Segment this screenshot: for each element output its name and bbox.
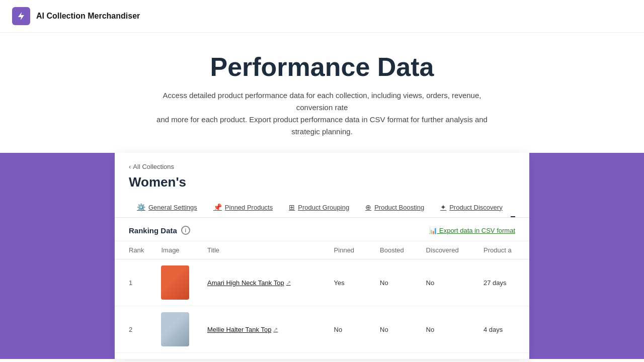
col-product-age: Product a: [477, 241, 529, 259]
grid-icon: ⊞: [289, 203, 295, 211]
back-link[interactable]: ‹ All Collections: [129, 163, 515, 170]
external-link-icon: ↗: [286, 280, 291, 286]
boosted-cell: No: [374, 353, 420, 359]
boost-icon: ⊕: [365, 203, 371, 211]
table-row: 1 Amari High Neck Tank Top ↗: [115, 259, 529, 306]
logo-icon: [12, 7, 30, 25]
product-image: [161, 265, 189, 300]
rank-cell: 2: [115, 306, 155, 353]
product-image: [161, 312, 189, 346]
image-cell: [155, 353, 201, 359]
table-header-row-cols: Rank Image Title Pinned Boosted Discover…: [115, 241, 529, 259]
page-title: Performance Data: [10, 53, 634, 81]
svg-marker-0: [18, 12, 24, 20]
age-cell: 4 days: [477, 306, 529, 353]
table-header-row: Ranking Data i 📊 Export data in CSV form…: [115, 218, 529, 241]
lightning-icon: [16, 11, 26, 21]
product-link[interactable]: Mellie Halter Tank Top ↗: [207, 326, 322, 333]
settings-icon: ⚙️: [137, 203, 145, 211]
age-cell: 267 days: [477, 353, 529, 359]
pinned-cell: No: [328, 353, 374, 359]
tab-ranking-data[interactable]: ⊟ Ranking Data: [511, 198, 515, 217]
hero-section: Performance Data Access detailed product…: [0, 33, 644, 153]
export-button[interactable]: 📊 Export data in CSV format: [429, 227, 515, 234]
boosted-cell: No: [374, 306, 420, 353]
col-pinned: Pinned: [328, 241, 374, 259]
tab-bar: ⚙️ General Settings 📌 Pinned Products ⊞ …: [129, 198, 515, 217]
discovered-cell: No: [420, 353, 477, 359]
table-wrapper: Rank Image Title Pinned Boosted Discover…: [115, 241, 529, 359]
tab-general-settings[interactable]: ⚙️ General Settings: [129, 198, 205, 217]
external-link-icon: ↗: [273, 326, 278, 333]
pin-icon: 📌: [213, 203, 222, 211]
chevron-left-icon: ‹: [129, 163, 131, 170]
title-cell: Amari High Neck Tank Top ↗: [201, 259, 328, 306]
col-rank: Rank: [115, 241, 155, 259]
col-title: Title: [201, 241, 328, 259]
rank-cell: 1: [115, 259, 155, 306]
title-cell: Mellie Halter Tank Top ↗: [201, 306, 328, 353]
tab-product-discovery[interactable]: ✦ Product Discovery: [432, 198, 510, 217]
product-image-placeholder: [161, 265, 189, 300]
rank-cell: 3: [115, 353, 155, 359]
table-body: 1 Amari High Neck Tank Top ↗: [115, 259, 529, 359]
purple-left-panel: [0, 153, 115, 359]
product-link[interactable]: Amari High Neck Tank Top ↗: [207, 279, 322, 287]
tab-product-boosting[interactable]: ⊕ Product Boosting: [357, 198, 432, 217]
pinned-cell: No: [328, 306, 374, 353]
table-head: Rank Image Title Pinned Boosted Discover…: [115, 241, 529, 259]
title-cell: Ainslee High Neck Tank Top ↗: [201, 353, 328, 359]
pinned-cell: Yes: [328, 259, 374, 306]
image-cell: [155, 306, 201, 353]
info-icon[interactable]: i: [181, 226, 190, 235]
table-row: 2 Mellie Halter Tank Top ↗: [115, 306, 529, 353]
discovery-icon: ✦: [440, 203, 446, 211]
top-navigation: AI Collection Merchandiser: [0, 0, 644, 33]
col-image: Image: [155, 241, 201, 259]
collection-title: Women's: [129, 174, 515, 190]
table-section: Ranking Data i 📊 Export data in CSV form…: [115, 218, 529, 359]
main-panel: ‹ All Collections Women's ⚙️ General Set…: [115, 153, 529, 359]
discovered-cell: No: [420, 306, 477, 353]
ranking-table: Rank Image Title Pinned Boosted Discover…: [115, 241, 529, 359]
col-boosted: Boosted: [374, 241, 420, 259]
purple-right-panel: [529, 153, 644, 359]
tab-pinned-products[interactable]: 📌 Pinned Products: [205, 198, 281, 217]
tab-product-grouping[interactable]: ⊞ Product Grouping: [281, 198, 357, 217]
discovered-cell: No: [420, 259, 477, 306]
hero-subtitle: Access detailed product performance data…: [146, 89, 498, 138]
table-row: 3 Ainslee High Neck Tank Top ↗: [115, 353, 529, 359]
product-image-placeholder: [161, 312, 189, 346]
content-area: ‹ All Collections Women's ⚙️ General Set…: [0, 153, 644, 359]
image-cell: [155, 259, 201, 306]
boosted-cell: No: [374, 259, 420, 306]
section-title: Ranking Data i: [129, 226, 190, 235]
app-title: AI Collection Merchandiser: [36, 12, 140, 21]
age-cell: 27 days: [477, 259, 529, 306]
col-discovered: Discovered: [420, 241, 477, 259]
panel-header: ‹ All Collections Women's ⚙️ General Set…: [115, 153, 529, 218]
